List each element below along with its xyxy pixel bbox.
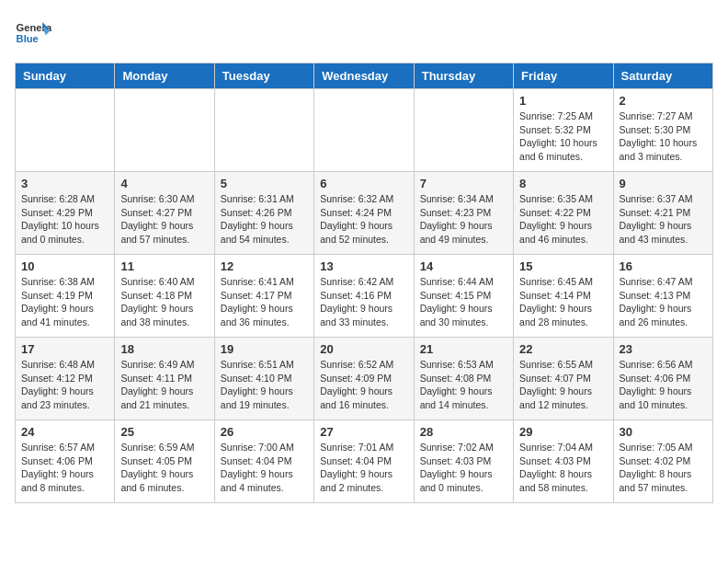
day-info: Sunrise: 6:35 AM Sunset: 4:22 PM Dayligh… [519,192,607,247]
day-info: Sunrise: 6:55 AM Sunset: 4:07 PM Dayligh… [519,358,607,412]
day-number: 15 [519,259,607,273]
day-number: 25 [120,425,208,439]
calendar-cell: 14Sunrise: 6:44 AM Sunset: 4:15 PM Dayli… [414,255,513,338]
weekday-header: Sunday [16,63,115,89]
day-info: Sunrise: 7:27 AM Sunset: 5:30 PM Dayligh… [620,109,707,164]
day-info: Sunrise: 7:04 AM Sunset: 4:03 PM Dayligh… [519,441,607,495]
day-info: Sunrise: 7:00 AM Sunset: 4:04 PM Dayligh… [221,441,308,495]
day-number: 6 [320,177,407,190]
calendar-week-row: 10Sunrise: 6:38 AM Sunset: 4:19 PM Dayli… [16,255,713,338]
day-number: 18 [120,342,208,356]
calendar-table: SundayMondayTuesdayWednesdayThursdayFrid… [15,63,713,503]
day-info: Sunrise: 6:51 AM Sunset: 4:10 PM Dayligh… [221,358,308,412]
day-info: Sunrise: 6:34 AM Sunset: 4:23 PM Dayligh… [420,192,507,247]
day-info: Sunrise: 6:37 AM Sunset: 4:21 PM Dayligh… [620,192,707,247]
weekday-header: Tuesday [214,63,313,89]
weekday-header: Wednesday [314,63,414,89]
day-info: Sunrise: 6:31 AM Sunset: 4:26 PM Dayligh… [221,192,308,247]
day-info: Sunrise: 7:25 AM Sunset: 5:32 PM Dayligh… [519,109,607,164]
calendar-cell: 7Sunrise: 6:34 AM Sunset: 4:23 PM Daylig… [414,172,513,255]
calendar-cell: 29Sunrise: 7:04 AM Sunset: 4:03 PM Dayli… [514,420,613,503]
day-number: 14 [420,259,507,273]
day-number: 26 [221,425,308,439]
calendar-cell: 20Sunrise: 6:52 AM Sunset: 4:09 PM Dayli… [314,338,414,420]
calendar-week-row: 1Sunrise: 7:25 AM Sunset: 5:32 PM Daylig… [16,89,713,172]
calendar-header-row: SundayMondayTuesdayWednesdayThursdayFrid… [16,63,713,89]
day-info: Sunrise: 6:56 AM Sunset: 4:06 PM Dayligh… [620,358,707,412]
weekday-header: Friday [514,63,613,89]
day-number: 17 [21,342,108,356]
day-number: 30 [620,425,707,439]
calendar-cell: 2Sunrise: 7:27 AM Sunset: 5:30 PM Daylig… [613,89,712,172]
weekday-header: Thursday [414,63,513,89]
calendar-cell: 5Sunrise: 6:31 AM Sunset: 4:26 PM Daylig… [214,172,313,255]
calendar-cell: 3Sunrise: 6:28 AM Sunset: 4:29 PM Daylig… [16,172,115,255]
calendar-cell: 6Sunrise: 6:32 AM Sunset: 4:24 PM Daylig… [314,172,414,255]
day-number: 13 [320,259,407,273]
day-number: 2 [620,94,707,108]
day-info: Sunrise: 6:32 AM Sunset: 4:24 PM Dayligh… [320,192,407,247]
day-info: Sunrise: 6:47 AM Sunset: 4:13 PM Dayligh… [620,275,707,329]
calendar-cell: 18Sunrise: 6:49 AM Sunset: 4:11 PM Dayli… [115,338,214,420]
day-number: 20 [320,342,407,356]
calendar-cell: 23Sunrise: 6:56 AM Sunset: 4:06 PM Dayli… [613,338,712,420]
day-number: 23 [620,342,707,356]
calendar-cell: 21Sunrise: 6:53 AM Sunset: 4:08 PM Dayli… [414,338,513,420]
weekday-header: Monday [115,63,214,89]
calendar-cell [414,89,513,172]
calendar-cell: 13Sunrise: 6:42 AM Sunset: 4:16 PM Dayli… [314,255,414,338]
day-number: 24 [21,425,108,439]
day-number: 22 [519,342,607,356]
calendar-cell: 15Sunrise: 6:45 AM Sunset: 4:14 PM Dayli… [514,255,613,338]
calendar-body: 1Sunrise: 7:25 AM Sunset: 5:32 PM Daylig… [16,89,713,503]
day-info: Sunrise: 6:48 AM Sunset: 4:12 PM Dayligh… [21,358,108,412]
calendar-week-row: 3Sunrise: 6:28 AM Sunset: 4:29 PM Daylig… [16,172,713,255]
day-number: 11 [120,259,208,273]
calendar-cell: 4Sunrise: 6:30 AM Sunset: 4:27 PM Daylig… [115,172,214,255]
logo-icon: General Blue [15,15,51,52]
calendar-cell [115,89,214,172]
day-info: Sunrise: 7:01 AM Sunset: 4:04 PM Dayligh… [320,441,407,495]
day-number: 27 [320,425,407,439]
calendar-cell [16,89,115,172]
calendar-week-row: 17Sunrise: 6:48 AM Sunset: 4:12 PM Dayli… [16,338,713,420]
day-info: Sunrise: 7:05 AM Sunset: 4:02 PM Dayligh… [620,441,707,495]
day-info: Sunrise: 6:49 AM Sunset: 4:11 PM Dayligh… [120,358,208,412]
day-number: 3 [21,177,108,190]
day-info: Sunrise: 6:59 AM Sunset: 4:05 PM Dayligh… [120,441,208,495]
day-number: 5 [221,177,308,190]
day-number: 16 [620,259,707,273]
day-info: Sunrise: 6:42 AM Sunset: 4:16 PM Dayligh… [320,275,407,329]
day-info: Sunrise: 6:28 AM Sunset: 4:29 PM Dayligh… [21,192,108,247]
day-number: 1 [519,94,607,108]
day-info: Sunrise: 6:38 AM Sunset: 4:19 PM Dayligh… [21,275,108,329]
calendar-cell: 8Sunrise: 6:35 AM Sunset: 4:22 PM Daylig… [514,172,613,255]
calendar-cell: 30Sunrise: 7:05 AM Sunset: 4:02 PM Dayli… [613,420,712,503]
day-info: Sunrise: 6:30 AM Sunset: 4:27 PM Dayligh… [120,192,208,247]
calendar-cell: 26Sunrise: 7:00 AM Sunset: 4:04 PM Dayli… [214,420,313,503]
calendar-cell: 22Sunrise: 6:55 AM Sunset: 4:07 PM Dayli… [514,338,613,420]
calendar-cell: 17Sunrise: 6:48 AM Sunset: 4:12 PM Dayli… [16,338,115,420]
calendar-cell: 16Sunrise: 6:47 AM Sunset: 4:13 PM Dayli… [613,255,712,338]
day-number: 12 [221,259,308,273]
calendar-cell [214,89,313,172]
calendar-cell: 10Sunrise: 6:38 AM Sunset: 4:19 PM Dayli… [16,255,115,338]
calendar-cell: 28Sunrise: 7:02 AM Sunset: 4:03 PM Dayli… [414,420,513,503]
calendar-cell [314,89,414,172]
calendar-cell: 24Sunrise: 6:57 AM Sunset: 4:06 PM Dayli… [16,420,115,503]
calendar-cell: 11Sunrise: 6:40 AM Sunset: 4:18 PM Dayli… [115,255,214,338]
header: General Blue [15,15,713,52]
calendar-cell: 19Sunrise: 6:51 AM Sunset: 4:10 PM Dayli… [214,338,313,420]
day-info: Sunrise: 6:45 AM Sunset: 4:14 PM Dayligh… [519,275,607,329]
logo: General Blue [15,15,51,52]
day-info: Sunrise: 6:40 AM Sunset: 4:18 PM Dayligh… [120,275,208,329]
day-number: 7 [420,177,507,190]
day-info: Sunrise: 6:53 AM Sunset: 4:08 PM Dayligh… [420,358,507,412]
day-number: 9 [620,177,707,190]
day-number: 19 [221,342,308,356]
weekday-header: Saturday [613,63,712,89]
day-number: 21 [420,342,507,356]
calendar-cell: 12Sunrise: 6:41 AM Sunset: 4:17 PM Dayli… [214,255,313,338]
svg-text:Blue: Blue [17,33,39,44]
day-info: Sunrise: 6:57 AM Sunset: 4:06 PM Dayligh… [21,441,108,495]
